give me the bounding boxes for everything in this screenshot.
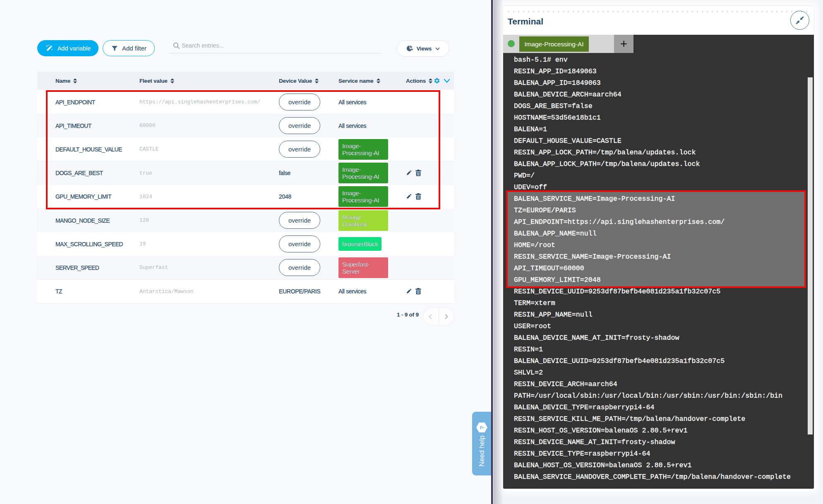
svg-text:?: ? bbox=[478, 426, 485, 430]
